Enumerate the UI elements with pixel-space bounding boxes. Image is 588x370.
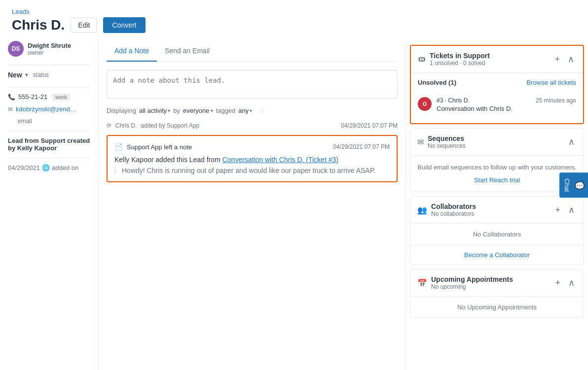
- convert-button[interactable]: Convert: [103, 17, 145, 33]
- lead-source: Lead from Support created by Kelly Kapoo…: [8, 137, 90, 152]
- sequences-header: ✉ Sequences No sequences ∧: [410, 129, 584, 155]
- status-label: New: [8, 71, 22, 79]
- sequences-section: ✉ Sequences No sequences ∧ Build email s…: [410, 128, 584, 192]
- collaborators-subtitle: No collaborators: [431, 210, 549, 217]
- collaborators-title: Collaborators: [431, 202, 549, 210]
- tickets-unsolved-label: Unsolved (1): [418, 79, 456, 86]
- appointments-add-button[interactable]: +: [553, 277, 562, 289]
- by-label: by: [173, 107, 180, 114]
- note-card-timestamp: 04/29/2021 07:07 PM: [333, 143, 390, 150]
- tagged-label: tagged: [216, 107, 236, 114]
- tickets-icon: 🎟: [418, 55, 426, 64]
- activity-user: Chris D.: [115, 122, 137, 129]
- note-card-title: Support App left a note: [127, 143, 192, 151]
- collaborators-section: 👥 Collaborators No collaborators + ∧ No …: [410, 196, 584, 265]
- tickets-body: Unsolved (1) Browse all tickets O #3 · C…: [411, 72, 583, 123]
- added-label: added on: [52, 164, 78, 171]
- note-doc-icon: 📄: [114, 143, 123, 151]
- no-collaborators-text: No Collaborators: [410, 224, 584, 245]
- sequences-title: Sequences: [428, 135, 562, 142]
- email-contact: ✉ kdobrzynski@zendesk.co...: [8, 105, 90, 113]
- sequences-subtitle: No sequences: [428, 142, 562, 149]
- phone-type-badge: work: [52, 94, 70, 101]
- ticket-meta: #3 · Chris D.: [437, 97, 531, 104]
- appointments-subtitle: No upcoming: [431, 283, 549, 290]
- phone-icon: 📞: [8, 94, 15, 101]
- tab-add-note[interactable]: Add a Note: [107, 41, 157, 62]
- owner-role: owner: [28, 49, 71, 56]
- phone-number: 555-21-21: [18, 93, 47, 101]
- sequences-body: Build email sequences to follow up with …: [410, 155, 584, 192]
- activity-refresh-icon: ⟳: [107, 122, 111, 129]
- activity-filter[interactable]: all activity ▾: [139, 107, 170, 114]
- tickets-add-button[interactable]: +: [552, 53, 562, 66]
- activity-item: ⟳ Chris D. added by Support App 04/29/20…: [107, 122, 398, 129]
- tickets-subtitle: 1 unsolved · 0 solved: [430, 60, 549, 67]
- owner-name: Dwight Shrute: [28, 42, 71, 49]
- filter-bar: Displaying all activity ▾ by everyone ▾ …: [107, 107, 398, 114]
- ticket-subject: Conversation with Chris D.: [437, 105, 531, 112]
- collaborators-body: No Collaborators Become a Collaborator: [410, 223, 584, 265]
- displaying-label: Displaying: [107, 107, 136, 114]
- tickets-collapse-button[interactable]: ∧: [566, 53, 576, 66]
- everyone-chevron-icon: ▾: [211, 108, 213, 113]
- appointments-title: Upcoming Appointments: [431, 275, 549, 283]
- collaborators-header: 👥 Collaborators No collaborators + ∧: [410, 197, 584, 223]
- activity-tabs: Add a Note Send an Email: [107, 41, 398, 62]
- collaborators-collapse-button[interactable]: ∧: [566, 203, 577, 216]
- page-title: Chris D.: [12, 17, 65, 33]
- chat-button[interactable]: 💬 Chat: [559, 172, 588, 198]
- chat-icon: 💬: [575, 180, 584, 190]
- collaborators-add-button[interactable]: +: [553, 204, 562, 216]
- ticket-time: 25 minutes ago: [536, 97, 576, 104]
- any-filter[interactable]: any ▾: [238, 107, 252, 114]
- chevron-down-icon: ▾: [25, 71, 28, 78]
- activity-timestamp: 04/29/2021 07:07 PM: [341, 122, 398, 129]
- sequences-icon: ✉: [417, 137, 424, 147]
- avatar: DS: [8, 41, 24, 57]
- no-appointments-text: No Upcoming Appointments: [410, 297, 584, 318]
- sequences-desc: Build email sequences to follow up with …: [417, 164, 577, 171]
- tickets-title: Tickets in Support: [430, 52, 549, 60]
- ticket-item: O #3 · Chris D. Conversation with Chris …: [418, 92, 576, 117]
- appointments-header: 📅 Upcoming Appointments No upcoming + ∧: [410, 269, 584, 296]
- note-input[interactable]: [107, 70, 398, 99]
- note-card: 📄 Support App left a note 04/29/2021 07:…: [107, 135, 398, 182]
- email-icon: ✉: [8, 106, 13, 113]
- tickets-header: 🎟 Tickets in Support 1 unsolved · 0 solv…: [411, 46, 583, 72]
- phone-contact: 📞 555-21-21 work: [8, 93, 90, 101]
- email-label: email: [18, 118, 90, 125]
- tab-send-email[interactable]: Send an Email: [157, 41, 218, 62]
- email-address[interactable]: kdobrzynski@zendesk.co...: [16, 105, 80, 113]
- become-collaborator-link[interactable]: Become a Collaborator: [410, 245, 584, 265]
- note-body: Kelly Kapoor added this Lead from Conver…: [114, 156, 390, 164]
- browse-tickets-link[interactable]: Browse all tickets: [527, 79, 576, 86]
- activity-chevron-icon: ▾: [168, 108, 170, 113]
- status-row[interactable]: New ▾ status: [8, 71, 90, 79]
- note-quote: Howdy! Chris is running out of paper and…: [114, 167, 390, 174]
- owner-row: DS Dwight Shrute owner: [8, 41, 90, 57]
- status-type: status: [33, 71, 49, 78]
- sequences-collapse-button[interactable]: ∧: [566, 135, 577, 148]
- added-date: 04/29/2021 🌐 added on: [8, 164, 90, 171]
- ticket-avatar: O: [418, 97, 432, 111]
- date-value: 04/29/2021: [8, 164, 40, 171]
- breadcrumb[interactable]: Leads: [12, 8, 576, 15]
- collaborators-icon: 👥: [417, 205, 427, 215]
- any-chevron-icon: ▾: [250, 108, 252, 113]
- appointments-body: No Upcoming Appointments: [410, 296, 584, 318]
- note-ticket-link[interactable]: Conversation with Chris D. (Ticket #3): [222, 156, 338, 164]
- activity-action: added by Support App: [141, 122, 199, 129]
- appointments-collapse-button[interactable]: ∧: [566, 276, 577, 289]
- everyone-filter[interactable]: everyone ▾: [183, 107, 213, 114]
- chat-label: Chat: [563, 178, 571, 192]
- appointments-section: 📅 Upcoming Appointments No upcoming + ∧ …: [410, 269, 584, 318]
- appointments-icon: 📅: [417, 278, 427, 288]
- globe-icon: 🌐: [42, 164, 50, 171]
- start-trial-link[interactable]: Start Reach trial: [474, 176, 520, 184]
- star-icon[interactable]: ☆: [259, 107, 265, 114]
- tickets-section: 🎟 Tickets in Support 1 unsolved · 0 solv…: [410, 45, 584, 124]
- edit-button[interactable]: Edit: [71, 18, 97, 33]
